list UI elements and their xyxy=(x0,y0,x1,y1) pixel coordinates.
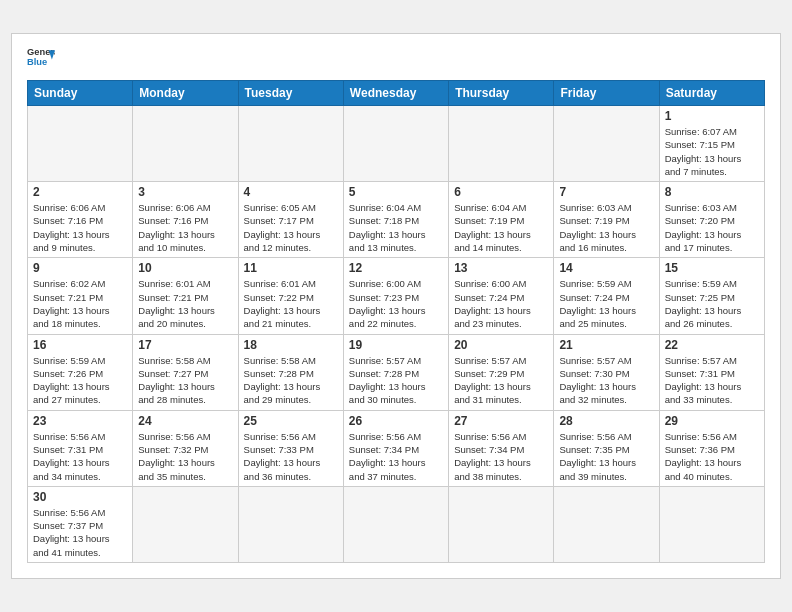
day-number: 4 xyxy=(244,185,338,199)
calendar-cell: 6Sunrise: 6:04 AM Sunset: 7:19 PM Daylig… xyxy=(449,182,554,258)
day-number: 5 xyxy=(349,185,443,199)
day-number: 16 xyxy=(33,338,127,352)
calendar-cell: 7Sunrise: 6:03 AM Sunset: 7:19 PM Daylig… xyxy=(554,182,659,258)
day-number: 10 xyxy=(138,261,232,275)
day-number: 15 xyxy=(665,261,759,275)
weekday-header-tuesday: Tuesday xyxy=(238,80,343,105)
day-number: 21 xyxy=(559,338,653,352)
calendar-cell: 15Sunrise: 5:59 AM Sunset: 7:25 PM Dayli… xyxy=(659,258,764,334)
day-number: 2 xyxy=(33,185,127,199)
day-number: 26 xyxy=(349,414,443,428)
day-info: Sunrise: 5:56 AM Sunset: 7:34 PM Dayligh… xyxy=(349,430,443,483)
calendar-cell xyxy=(449,105,554,181)
day-info: Sunrise: 5:59 AM Sunset: 7:24 PM Dayligh… xyxy=(559,277,653,330)
calendar-cell xyxy=(343,486,448,562)
day-number: 9 xyxy=(33,261,127,275)
day-number: 24 xyxy=(138,414,232,428)
day-number: 27 xyxy=(454,414,548,428)
calendar-cell: 23Sunrise: 5:56 AM Sunset: 7:31 PM Dayli… xyxy=(28,410,133,486)
week-row-6: 30Sunrise: 5:56 AM Sunset: 7:37 PM Dayli… xyxy=(28,486,765,562)
day-number: 25 xyxy=(244,414,338,428)
day-info: Sunrise: 5:56 AM Sunset: 7:35 PM Dayligh… xyxy=(559,430,653,483)
calendar-cell: 26Sunrise: 5:56 AM Sunset: 7:34 PM Dayli… xyxy=(343,410,448,486)
calendar-cell: 24Sunrise: 5:56 AM Sunset: 7:32 PM Dayli… xyxy=(133,410,238,486)
generalblue-logo-icon: General Blue xyxy=(27,44,55,72)
calendar-cell xyxy=(554,486,659,562)
day-info: Sunrise: 5:57 AM Sunset: 7:29 PM Dayligh… xyxy=(454,354,548,407)
day-number: 29 xyxy=(665,414,759,428)
day-number: 14 xyxy=(559,261,653,275)
day-info: Sunrise: 6:01 AM Sunset: 7:21 PM Dayligh… xyxy=(138,277,232,330)
day-info: Sunrise: 5:56 AM Sunset: 7:36 PM Dayligh… xyxy=(665,430,759,483)
day-number: 12 xyxy=(349,261,443,275)
calendar-cell: 18Sunrise: 5:58 AM Sunset: 7:28 PM Dayli… xyxy=(238,334,343,410)
day-info: Sunrise: 5:59 AM Sunset: 7:25 PM Dayligh… xyxy=(665,277,759,330)
calendar-cell: 27Sunrise: 5:56 AM Sunset: 7:34 PM Dayli… xyxy=(449,410,554,486)
day-info: Sunrise: 6:00 AM Sunset: 7:24 PM Dayligh… xyxy=(454,277,548,330)
calendar-cell: 13Sunrise: 6:00 AM Sunset: 7:24 PM Dayli… xyxy=(449,258,554,334)
calendar-cell: 2Sunrise: 6:06 AM Sunset: 7:16 PM Daylig… xyxy=(28,182,133,258)
day-info: Sunrise: 5:58 AM Sunset: 7:28 PM Dayligh… xyxy=(244,354,338,407)
day-info: Sunrise: 6:01 AM Sunset: 7:22 PM Dayligh… xyxy=(244,277,338,330)
day-info: Sunrise: 5:56 AM Sunset: 7:31 PM Dayligh… xyxy=(33,430,127,483)
calendar-cell: 5Sunrise: 6:04 AM Sunset: 7:18 PM Daylig… xyxy=(343,182,448,258)
day-number: 8 xyxy=(665,185,759,199)
day-info: Sunrise: 5:56 AM Sunset: 7:34 PM Dayligh… xyxy=(454,430,548,483)
week-row-2: 2Sunrise: 6:06 AM Sunset: 7:16 PM Daylig… xyxy=(28,182,765,258)
day-info: Sunrise: 5:56 AM Sunset: 7:32 PM Dayligh… xyxy=(138,430,232,483)
calendar-cell: 14Sunrise: 5:59 AM Sunset: 7:24 PM Dayli… xyxy=(554,258,659,334)
header-area: General Blue xyxy=(27,44,765,72)
day-info: Sunrise: 5:57 AM Sunset: 7:31 PM Dayligh… xyxy=(665,354,759,407)
day-number: 1 xyxy=(665,109,759,123)
day-number: 18 xyxy=(244,338,338,352)
day-info: Sunrise: 6:06 AM Sunset: 7:16 PM Dayligh… xyxy=(33,201,127,254)
weekday-header-wednesday: Wednesday xyxy=(343,80,448,105)
week-row-1: 1Sunrise: 6:07 AM Sunset: 7:15 PM Daylig… xyxy=(28,105,765,181)
calendar-cell: 20Sunrise: 5:57 AM Sunset: 7:29 PM Dayli… xyxy=(449,334,554,410)
day-info: Sunrise: 5:57 AM Sunset: 7:30 PM Dayligh… xyxy=(559,354,653,407)
calendar-cell: 22Sunrise: 5:57 AM Sunset: 7:31 PM Dayli… xyxy=(659,334,764,410)
weekday-header-sunday: Sunday xyxy=(28,80,133,105)
calendar-cell xyxy=(554,105,659,181)
calendar-cell: 4Sunrise: 6:05 AM Sunset: 7:17 PM Daylig… xyxy=(238,182,343,258)
weekday-header-saturday: Saturday xyxy=(659,80,764,105)
calendar-cell xyxy=(343,105,448,181)
calendar-cell: 9Sunrise: 6:02 AM Sunset: 7:21 PM Daylig… xyxy=(28,258,133,334)
weekday-header-monday: Monday xyxy=(133,80,238,105)
calendar-table: SundayMondayTuesdayWednesdayThursdayFrid… xyxy=(27,80,765,563)
calendar-cell: 16Sunrise: 5:59 AM Sunset: 7:26 PM Dayli… xyxy=(28,334,133,410)
day-info: Sunrise: 6:03 AM Sunset: 7:20 PM Dayligh… xyxy=(665,201,759,254)
weekday-header-row: SundayMondayTuesdayWednesdayThursdayFrid… xyxy=(28,80,765,105)
calendar-cell: 19Sunrise: 5:57 AM Sunset: 7:28 PM Dayli… xyxy=(343,334,448,410)
day-number: 30 xyxy=(33,490,127,504)
calendar-cell xyxy=(238,105,343,181)
calendar-cell: 17Sunrise: 5:58 AM Sunset: 7:27 PM Dayli… xyxy=(133,334,238,410)
day-number: 7 xyxy=(559,185,653,199)
day-number: 3 xyxy=(138,185,232,199)
day-number: 28 xyxy=(559,414,653,428)
calendar-cell: 11Sunrise: 6:01 AM Sunset: 7:22 PM Dayli… xyxy=(238,258,343,334)
day-info: Sunrise: 5:59 AM Sunset: 7:26 PM Dayligh… xyxy=(33,354,127,407)
day-info: Sunrise: 6:04 AM Sunset: 7:19 PM Dayligh… xyxy=(454,201,548,254)
calendar-cell: 1Sunrise: 6:07 AM Sunset: 7:15 PM Daylig… xyxy=(659,105,764,181)
day-number: 23 xyxy=(33,414,127,428)
calendar-cell: 30Sunrise: 5:56 AM Sunset: 7:37 PM Dayli… xyxy=(28,486,133,562)
calendar-cell: 29Sunrise: 5:56 AM Sunset: 7:36 PM Dayli… xyxy=(659,410,764,486)
day-number: 17 xyxy=(138,338,232,352)
calendar-cell xyxy=(133,105,238,181)
calendar-cell: 28Sunrise: 5:56 AM Sunset: 7:35 PM Dayli… xyxy=(554,410,659,486)
weekday-header-thursday: Thursday xyxy=(449,80,554,105)
calendar-cell: 3Sunrise: 6:06 AM Sunset: 7:16 PM Daylig… xyxy=(133,182,238,258)
calendar-cell: 21Sunrise: 5:57 AM Sunset: 7:30 PM Dayli… xyxy=(554,334,659,410)
calendar-cell: 8Sunrise: 6:03 AM Sunset: 7:20 PM Daylig… xyxy=(659,182,764,258)
day-number: 13 xyxy=(454,261,548,275)
weekday-header-friday: Friday xyxy=(554,80,659,105)
day-info: Sunrise: 6:06 AM Sunset: 7:16 PM Dayligh… xyxy=(138,201,232,254)
day-info: Sunrise: 6:03 AM Sunset: 7:19 PM Dayligh… xyxy=(559,201,653,254)
day-info: Sunrise: 6:07 AM Sunset: 7:15 PM Dayligh… xyxy=(665,125,759,178)
logo: General Blue xyxy=(27,44,55,72)
calendar-cell xyxy=(449,486,554,562)
calendar-cell xyxy=(238,486,343,562)
calendar-cell: 10Sunrise: 6:01 AM Sunset: 7:21 PM Dayli… xyxy=(133,258,238,334)
day-number: 19 xyxy=(349,338,443,352)
